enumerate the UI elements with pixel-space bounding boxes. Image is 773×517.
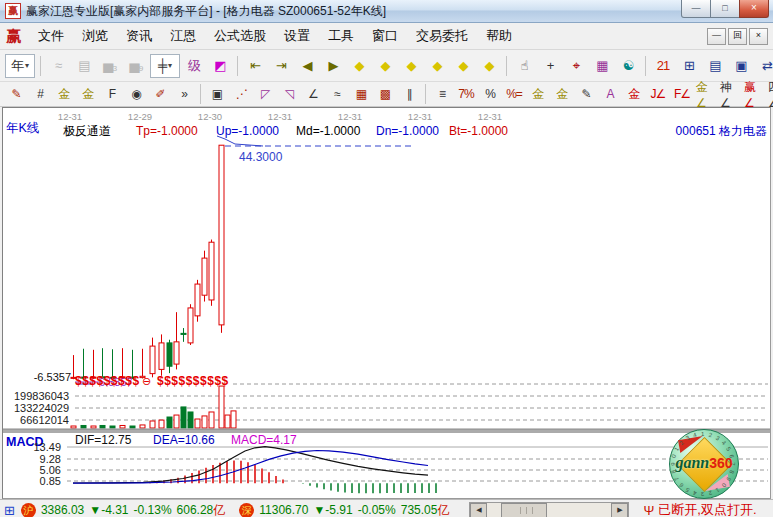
diamond-zoom-in-icon[interactable]: ◆: [399, 55, 423, 77]
menu-item[interactable]: 资讯: [117, 23, 161, 49]
calendar-icon[interactable]: 21: [651, 55, 675, 77]
candle-style-selector[interactable]: ╪▾: [150, 54, 180, 78]
menu-item[interactable]: 公式选股: [205, 23, 275, 49]
candle: [174, 342, 179, 364]
volume-bar: [91, 426, 96, 428]
overflow-chevron[interactable]: »: [173, 85, 195, 104]
save-icon[interactable]: ▣: [729, 55, 753, 77]
horizontal-scrollbar[interactable]: ◀ ▶: [469, 502, 629, 517]
menu-item[interactable]: 工具: [319, 23, 363, 49]
scroll-right-arrow[interactable]: ▶: [611, 503, 628, 517]
angle-shen-icon[interactable]: 神∠: [719, 85, 741, 104]
export-icon[interactable]: ⇄: [755, 55, 773, 77]
menu-item[interactable]: 文件: [29, 23, 73, 49]
gold-grid2-icon[interactable]: 金: [77, 85, 99, 104]
menu-item[interactable]: 浏览: [73, 23, 117, 49]
scrollbar-thumb[interactable]: [501, 503, 547, 517]
report-icon[interactable]: ▤: [72, 55, 96, 77]
angle-f-icon[interactable]: F∠: [671, 85, 693, 104]
draw-brush-icon[interactable]: ✎: [5, 85, 27, 104]
angle-four-icon[interactable]: 四∠: [767, 85, 773, 104]
diamond-scroll-left-icon[interactable]: ◆: [347, 55, 371, 77]
wave-channel-icon[interactable]: A: [599, 85, 621, 104]
bars-3-icon[interactable]: ▅₃: [98, 55, 122, 77]
diamond-zoom-out-icon[interactable]: ◆: [425, 55, 449, 77]
magnify-icon[interactable]: ⌖: [564, 55, 588, 77]
market-index: 11306.70: [259, 503, 308, 517]
market-amount: 735.05: [401, 503, 438, 517]
gold-grid-icon[interactable]: 金: [53, 85, 75, 104]
gann360-logo: 123456789012345678901234 gann360: [667, 429, 741, 499]
fan-rays-icon[interactable]: ⋰: [230, 85, 252, 104]
toolbar-separator: [645, 56, 646, 76]
volume-bar: [219, 386, 224, 428]
dollar-symbol: ⊖: [142, 375, 151, 387]
go-first-icon[interactable]: ⇤: [243, 55, 267, 77]
period-selector[interactable]: 年▾: [5, 54, 35, 78]
child-close-button[interactable]: ×: [749, 28, 768, 45]
minimize-button[interactable]: —: [681, 0, 711, 18]
go-last-icon[interactable]: ⇥: [269, 55, 293, 77]
percent-lines-icon[interactable]: %=: [503, 85, 525, 104]
spiral-icon[interactable]: ◉: [125, 85, 147, 104]
bars-9-icon[interactable]: ▅₉: [124, 55, 148, 77]
hand-pan-icon[interactable]: ☝: [512, 55, 536, 77]
fan-box2-icon[interactable]: ◹: [278, 85, 300, 104]
gann-tool-icon[interactable]: ▦: [590, 55, 614, 77]
marker-pen-icon[interactable]: ✐: [149, 85, 171, 104]
title-bar[interactable]: 赢 赢家江恩专业版[赢家内部服务平台] - [格力电器 SZ000651-52年…: [0, 0, 773, 23]
scale-bars-icon[interactable]: ≡: [431, 85, 453, 104]
menu-item[interactable]: 交易委托: [407, 23, 477, 49]
close-button[interactable]: ×: [739, 0, 769, 18]
menu-item[interactable]: 窗口: [363, 23, 407, 49]
angle-gold-icon[interactable]: 金∠: [695, 85, 717, 104]
date-label: 12-31: [58, 111, 82, 122]
prev-icon[interactable]: ◀: [295, 55, 319, 77]
notes-icon[interactable]: ▤: [703, 55, 727, 77]
calculator-icon[interactable]: ⊞: [677, 55, 701, 77]
retrace7-icon[interactable]: 7%: [455, 85, 477, 104]
calendar-grid-icon[interactable]: ⊞: [4, 503, 15, 517]
connection-status[interactable]: 已断开,双点打开.: [658, 501, 756, 517]
hatch-icon[interactable]: ∥: [398, 85, 420, 104]
fan-box-icon[interactable]: ◸: [254, 85, 276, 104]
diamond-expand-icon[interactable]: ◆: [451, 55, 475, 77]
wave-icon[interactable]: ≈: [326, 85, 348, 104]
menu-item[interactable]: 帮助: [477, 23, 521, 49]
gold-lines-icon[interactable]: 金: [551, 85, 573, 104]
macd-value-label: MACD=4.17: [231, 433, 297, 447]
zigzag-icon[interactable]: ≈: [46, 55, 70, 77]
dense-grid2-icon[interactable]: ▩: [374, 85, 396, 104]
macd-axis-label: 13.49: [33, 441, 61, 453]
brush2-icon[interactable]: ✎: [575, 85, 597, 104]
gann-box-icon[interactable]: ▣: [206, 85, 228, 104]
percent-icon[interactable]: %: [479, 85, 501, 104]
crosshair-icon[interactable]: +: [538, 55, 562, 77]
gold-circle-icon[interactable]: 金: [527, 85, 549, 104]
dense-grid-icon[interactable]: ▦: [350, 85, 372, 104]
menu-item[interactable]: 江恩: [161, 23, 205, 49]
volume-axis-label: 133224029: [14, 402, 69, 414]
menu-item[interactable]: 设置: [275, 23, 319, 49]
gold-red-icon[interactable]: 金: [623, 85, 645, 104]
ai-brain-icon[interactable]: ☯: [616, 55, 640, 77]
angle-win-icon[interactable]: 赢∠: [743, 85, 765, 104]
next-icon[interactable]: ▶: [321, 55, 345, 77]
toolbar-separator: [200, 84, 201, 104]
child-restore-button[interactable]: 回: [728, 28, 747, 45]
level-icon[interactable]: 级: [182, 55, 206, 77]
maximize-button[interactable]: □: [710, 0, 740, 18]
logo-360-text: 360: [709, 455, 732, 471]
scroll-left-arrow[interactable]: ◀: [470, 503, 487, 517]
angle-j-icon[interactable]: J∠: [647, 85, 669, 104]
price-ruler-icon[interactable]: F: [101, 85, 123, 104]
diamond-full-icon[interactable]: ◆: [477, 55, 501, 77]
diamond-scroll-right-icon[interactable]: ◆: [373, 55, 397, 77]
child-minimize-button[interactable]: —: [707, 28, 726, 45]
chart-canvas[interactable]: 12-3112-2912-3012-3112-3112-3112-31年K线极反…: [3, 108, 770, 498]
colorful-chart-icon[interactable]: ◩: [208, 55, 232, 77]
market-summaries: 沪3386.03▼-4.31-0.13%606.28亿深11306.70▼-5.…: [21, 502, 464, 517]
gann-grid-icon[interactable]: #: [29, 85, 51, 104]
period-label: 年K线: [6, 121, 39, 135]
angle-lines-icon[interactable]: ∠: [302, 85, 324, 104]
